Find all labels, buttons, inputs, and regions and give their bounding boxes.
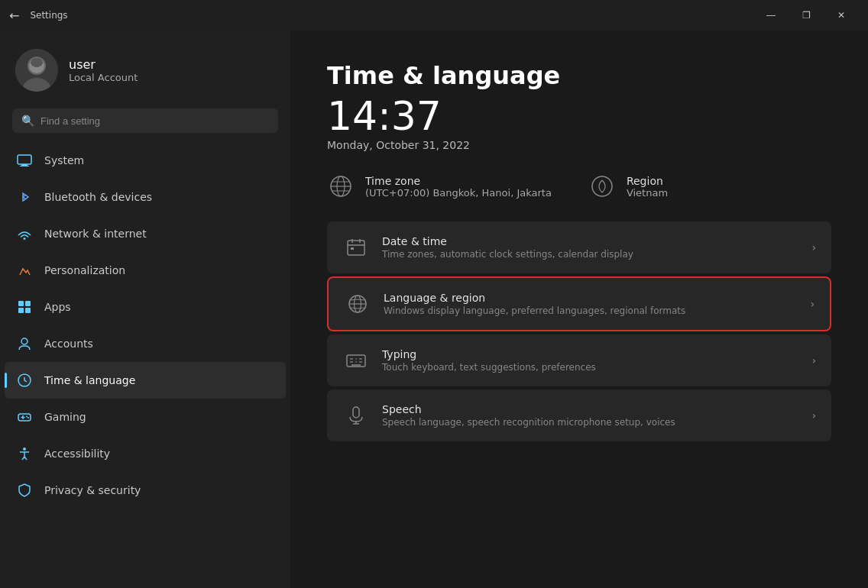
minimize-button[interactable]: — (753, 3, 789, 27)
title-bar: ← Settings — ❐ ✕ (0, 0, 868, 31)
sidebar: user Local Account 🔍 System Bluetooth & … (0, 31, 290, 588)
title-bar-controls: — ❐ ✕ (753, 3, 859, 27)
search-input[interactable] (40, 115, 269, 127)
svg-rect-6 (21, 164, 28, 166)
search-icon: 🔍 (21, 115, 34, 127)
svg-rect-31 (351, 247, 354, 250)
settings-list: Date & time Time zones, automatic clock … (327, 221, 831, 441)
settings-item-date-time[interactable]: Date & time Time zones, automatic clock … (327, 221, 831, 273)
sidebar-item-network[interactable]: Network & internet (5, 215, 286, 252)
sidebar-label-apps: Apps (44, 301, 71, 313)
sidebar-item-system[interactable]: System (5, 142, 286, 179)
timezone-icon (327, 173, 355, 200)
region-value: Vietnam (627, 187, 668, 199)
sidebar-label-time: Time & language (44, 374, 135, 386)
date-time-title: Date & time (382, 235, 799, 247)
sidebar-item-time[interactable]: Time & language (5, 362, 286, 399)
sidebar-label-bluetooth: Bluetooth & devices (44, 191, 152, 203)
language-chevron: › (810, 298, 815, 310)
date-time-text: Date & time Time zones, automatic clock … (382, 235, 799, 260)
typing-icon (342, 347, 370, 374)
sidebar-item-apps[interactable]: Apps (5, 289, 286, 325)
user-info: user Local Account (69, 57, 138, 83)
settings-item-language-region[interactable]: Language & region Windows display langua… (327, 276, 831, 331)
svg-point-13 (21, 338, 28, 344)
svg-rect-7 (20, 166, 29, 166)
content-area: Time & language 14:37 Monday, October 31… (290, 31, 868, 588)
sidebar-item-gaming[interactable]: Gaming (5, 399, 286, 435)
nav-list: System Bluetooth & devices Network & int… (0, 142, 290, 509)
speech-text: Speech Speech language, speech recogniti… (382, 403, 799, 428)
timezone-info: Time zone (UTC+07:00) Bangkok, Hanoi, Ja… (327, 173, 552, 200)
svg-point-4 (31, 58, 43, 67)
date-time-chevron: › (811, 241, 816, 254)
sidebar-label-accounts: Accounts (44, 338, 93, 350)
svg-rect-27 (348, 241, 364, 255)
svg-rect-11 (18, 308, 24, 313)
window-title: Settings (30, 10, 67, 21)
sidebar-item-privacy[interactable]: Privacy & security (5, 472, 286, 509)
sidebar-label-privacy: Privacy & security (44, 484, 141, 496)
region-label: Region (627, 175, 668, 187)
settings-item-speech[interactable]: Speech Speech language, speech recogniti… (327, 389, 831, 441)
svg-rect-10 (25, 301, 31, 306)
speech-desc: Speech language, speech recognition micr… (382, 417, 799, 428)
settings-item-typing[interactable]: Typing Touch keyboard, text suggestions,… (327, 334, 831, 386)
network-icon (15, 225, 34, 243)
time-icon (15, 371, 34, 389)
avatar (15, 49, 58, 92)
date-time-icon (342, 234, 370, 261)
svg-point-26 (592, 176, 612, 196)
language-desc: Windows display language, preferred lang… (384, 305, 798, 316)
sidebar-label-gaming: Gaming (44, 411, 86, 423)
date-time-desc: Time zones, automatic clock settings, ca… (382, 249, 799, 260)
avatar-image (15, 49, 58, 92)
time-info-row: Time zone (UTC+07:00) Bangkok, Hanoi, Ja… (327, 173, 831, 200)
svg-rect-12 (25, 308, 31, 313)
sidebar-label-network: Network & internet (44, 228, 147, 240)
personalization-icon (15, 261, 34, 279)
back-button[interactable]: ← (9, 8, 19, 23)
svg-rect-43 (353, 407, 359, 418)
sidebar-item-accessibility[interactable]: Accessibility (5, 435, 286, 472)
svg-point-8 (24, 237, 26, 240)
typing-desc: Touch keyboard, text suggestions, prefer… (382, 362, 799, 373)
typing-title: Typing (382, 348, 799, 360)
sidebar-item-personalization[interactable]: Personalization (5, 252, 286, 289)
apps-icon (15, 298, 34, 316)
sidebar-label-accessibility: Accessibility (44, 447, 110, 460)
search-box[interactable]: 🔍 (12, 108, 278, 133)
sidebar-item-bluetooth[interactable]: Bluetooth & devices (5, 179, 286, 215)
typing-text: Typing Touch keyboard, text suggestions,… (382, 348, 799, 373)
speech-title: Speech (382, 403, 799, 415)
speech-icon (342, 402, 370, 429)
language-icon (344, 290, 371, 318)
privacy-icon (15, 481, 34, 499)
sidebar-label-system: System (44, 154, 84, 166)
svg-point-20 (23, 447, 26, 451)
user-profile[interactable]: user Local Account (0, 31, 290, 105)
page-title: Time & language (327, 61, 831, 90)
svg-rect-5 (18, 155, 31, 164)
region-info: Region Vietnam (588, 173, 668, 200)
close-button[interactable]: ✕ (824, 3, 859, 27)
region-icon (588, 173, 616, 200)
speech-chevron: › (811, 409, 816, 422)
maximize-button[interactable]: ❐ (789, 3, 824, 27)
language-text: Language & region Windows display langua… (384, 292, 798, 316)
sidebar-label-personalization: Personalization (44, 264, 125, 276)
title-bar-left: ← Settings (9, 8, 68, 23)
user-account-type: Local Account (69, 72, 138, 83)
region-text: Region Vietnam (627, 175, 668, 199)
language-title: Language & region (384, 292, 798, 304)
bluetooth-icon (15, 188, 34, 206)
user-name: user (69, 57, 138, 72)
svg-point-19 (28, 417, 29, 418)
timezone-label: Time zone (365, 175, 552, 187)
sidebar-item-accounts[interactable]: Accounts (5, 325, 286, 362)
typing-chevron: › (811, 354, 816, 367)
svg-point-18 (26, 416, 28, 418)
current-date: Monday, October 31, 2022 (327, 139, 831, 151)
current-time: 14:37 (327, 96, 831, 136)
system-icon (15, 151, 34, 170)
